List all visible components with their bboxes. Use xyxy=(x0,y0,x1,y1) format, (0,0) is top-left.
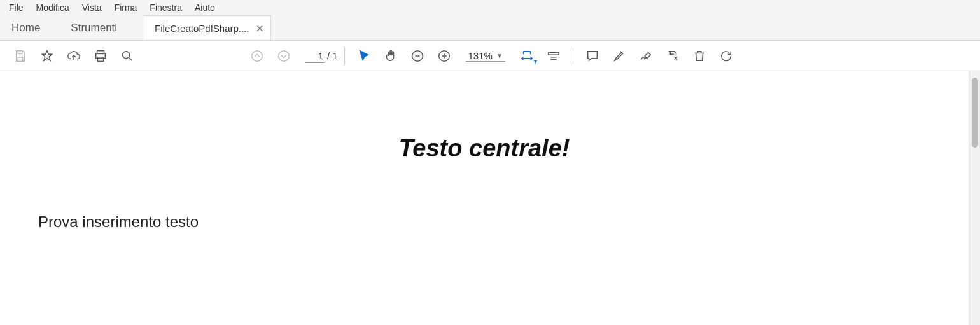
rotate-button[interactable] xyxy=(713,43,739,69)
trash-icon xyxy=(692,49,706,63)
document-page: Testo centrale! Prova inserimento testo xyxy=(0,71,969,325)
fit-width-button[interactable]: ▼ xyxy=(514,43,540,69)
select-tool-button[interactable] xyxy=(351,43,377,69)
toolbar-divider xyxy=(573,48,573,64)
menu-sign[interactable]: Firma xyxy=(109,1,143,14)
document-body-text: Prova inserimento testo xyxy=(38,213,930,231)
sign-button[interactable] xyxy=(633,43,659,69)
rotate-icon xyxy=(719,49,733,63)
comment-icon xyxy=(585,49,599,63)
print-button[interactable] xyxy=(88,43,113,69)
svg-point-4 xyxy=(252,50,263,61)
tab-bar: Home Strumenti FileCreatoPdfSharp.... ✕ xyxy=(0,15,980,41)
tab-document-label: FileCreatoPdfSharp.... xyxy=(155,23,249,34)
zoom-out-button[interactable] xyxy=(405,43,430,69)
cloud-upload-button[interactable] xyxy=(61,43,87,69)
cursor-icon xyxy=(357,49,371,63)
signature-icon xyxy=(639,49,653,63)
fit-width-icon xyxy=(520,49,534,63)
zoom-value: 131% xyxy=(468,50,493,61)
minus-circle-icon xyxy=(410,49,424,63)
prev-page-button[interactable] xyxy=(244,43,270,69)
tab-home[interactable]: Home xyxy=(0,15,59,40)
svg-point-5 xyxy=(279,50,290,61)
star-icon xyxy=(40,49,54,63)
comment-button[interactable] xyxy=(580,43,605,69)
page-display-button[interactable] xyxy=(541,43,566,69)
page-display-icon xyxy=(547,49,561,63)
stamp-button[interactable] xyxy=(660,43,685,69)
scrollbar-thumb[interactable] xyxy=(972,78,978,148)
document-heading: Testo centrale! xyxy=(38,135,930,162)
next-page-button[interactable] xyxy=(271,43,297,69)
menu-help[interactable]: Aiuto xyxy=(190,1,220,14)
arrow-up-circle-icon xyxy=(250,49,264,63)
tab-document[interactable]: FileCreatoPdfSharp.... ✕ xyxy=(143,15,270,40)
save-icon xyxy=(13,49,27,63)
content-area: Testo centrale! Prova inserimento testo xyxy=(0,71,980,325)
page-number: / 1 xyxy=(305,49,338,63)
search-button[interactable] xyxy=(115,43,140,69)
delete-button[interactable] xyxy=(687,43,712,69)
star-button[interactable] xyxy=(34,43,60,69)
tab-tools[interactable]: Strumenti xyxy=(59,15,143,40)
menu-file[interactable]: File xyxy=(4,1,29,14)
menu-view[interactable]: Vista xyxy=(77,1,107,14)
stamp-icon xyxy=(666,49,680,63)
highlight-icon xyxy=(612,49,626,63)
plus-circle-icon xyxy=(437,49,451,63)
save-button[interactable] xyxy=(8,43,33,69)
highlight-button[interactable] xyxy=(606,43,632,69)
toolbar-divider xyxy=(344,48,345,64)
vertical-scrollbar[interactable] xyxy=(969,71,980,325)
zoom-dropdown[interactable]: 131% ▼ xyxy=(466,50,505,62)
chevron-down-icon: ▼ xyxy=(533,59,538,65)
close-icon[interactable]: ✕ xyxy=(256,24,264,33)
menu-bar: File Modifica Vista Firma Finestra Aiuto xyxy=(0,0,980,15)
chevron-down-icon: ▼ xyxy=(496,52,503,59)
hand-tool-button[interactable] xyxy=(378,43,403,69)
svg-point-3 xyxy=(123,51,130,58)
svg-rect-8 xyxy=(549,52,559,55)
arrow-down-circle-icon xyxy=(277,49,291,63)
cloud-upload-icon xyxy=(67,49,81,63)
toolbar: / 1 131% ▼ ▼ xyxy=(0,41,980,71)
menu-edit[interactable]: Modifica xyxy=(31,1,74,14)
search-icon xyxy=(120,49,134,63)
zoom-in-button[interactable] xyxy=(431,43,457,69)
hand-icon xyxy=(384,49,398,63)
print-icon xyxy=(94,49,108,63)
page-sep: / xyxy=(327,50,330,61)
page-total: 1 xyxy=(332,50,337,61)
page-current-input[interactable] xyxy=(305,49,325,63)
svg-rect-2 xyxy=(97,57,103,60)
menu-window[interactable]: Finestra xyxy=(144,1,187,14)
